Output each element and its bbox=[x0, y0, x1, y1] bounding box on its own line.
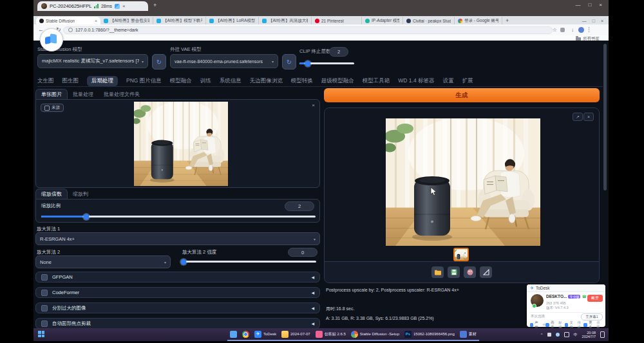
tray-icon[interactable] bbox=[556, 333, 560, 337]
taskbar-chrome[interactable] bbox=[240, 328, 252, 341]
accordion-codeformer[interactable]: CodeFormer ◀ bbox=[35, 287, 320, 298]
taskbar-pink-app[interactable]: 创客贴 2.6.5 bbox=[313, 328, 348, 341]
maximize-icon[interactable]: □ bbox=[588, 2, 591, 8]
subtab-scale-by[interactable]: 缩放倍数 bbox=[35, 189, 68, 199]
monitor-select-icon[interactable] bbox=[115, 4, 120, 9]
bookmark-star-icon[interactable]: ☆ bbox=[553, 27, 557, 33]
browser-tab[interactable]: 【AI绘画】模型下载与使用 - 哔哩哔哩 bbox=[153, 17, 206, 24]
clip-skip-value[interactable]: 2 bbox=[329, 47, 348, 57]
maximize-icon[interactable]: □ bbox=[592, 19, 595, 23]
checkbox[interactable] bbox=[41, 320, 48, 327]
sd-model-dropdown[interactable]: majicMIX realistic 麦橘写实_v7.safetensors [… bbox=[37, 54, 148, 68]
subtab-batch-folder[interactable]: 批量处理文件夹 bbox=[99, 89, 145, 99]
notification-center-icon[interactable] bbox=[600, 331, 605, 338]
source-image-dropzone[interactable]: 来源 × bbox=[35, 99, 320, 188]
close-icon[interactable]: × bbox=[601, 19, 603, 23]
close-session-icon[interactable]: × bbox=[122, 3, 126, 9]
taskbar-app-grid[interactable] bbox=[227, 328, 240, 341]
browser-tab[interactable]: 登录 - Google 账号 bbox=[455, 17, 502, 24]
refresh-vae-button[interactable]: ↻ bbox=[282, 54, 296, 70]
start-button[interactable] bbox=[35, 328, 47, 341]
accordion-split-oversize[interactable]: 分割过大的图像 ◀ bbox=[35, 302, 320, 313]
gallery-thumbnail[interactable] bbox=[453, 248, 469, 261]
expand-image-button[interactable]: ↗ bbox=[573, 113, 583, 121]
upscaler2-strength-value[interactable]: 0 bbox=[288, 248, 317, 257]
checkbox[interactable] bbox=[41, 305, 48, 311]
browser-tab-active[interactable]: Stable Diffusion × bbox=[36, 17, 100, 24]
tray-icon[interactable] bbox=[547, 333, 551, 337]
clip-skip-slider[interactable] bbox=[299, 62, 354, 64]
remote-session-tab[interactable]: PC-20240625HFPL 28ms × bbox=[37, 1, 148, 11]
site-info-icon[interactable] bbox=[68, 28, 73, 32]
taskbar-sd-setup[interactable]: Stable Diffusion -Setup bbox=[348, 328, 402, 341]
new-tab-button[interactable]: + bbox=[506, 17, 509, 24]
tab-extras[interactable]: 后期处理 bbox=[87, 76, 118, 86]
browser-tab[interactable]: 21 Pinterest bbox=[312, 17, 362, 24]
taskbar-clock[interactable]: 20:08 2024/7/7 bbox=[582, 331, 596, 339]
browser-tab[interactable]: 【AI绘画】LoRA模型训练 - 哔哩哔哩 bbox=[206, 17, 259, 24]
close-gallery-button[interactable]: × bbox=[583, 113, 594, 121]
tab-infinite-browser[interactable]: 无边图像浏览 bbox=[250, 77, 283, 85]
upscaler2-dropdown[interactable]: None ▾ bbox=[35, 255, 171, 268]
minimize-icon[interactable]: — bbox=[575, 2, 580, 8]
slider-knob[interactable] bbox=[305, 60, 311, 66]
tab-img2img[interactable]: 图生图 bbox=[62, 77, 79, 85]
subtab-single-image[interactable]: 单张图片 bbox=[35, 89, 68, 99]
checkbox[interactable] bbox=[41, 290, 48, 296]
menu-icon[interactable]: ⋮ bbox=[586, 26, 592, 33]
browser-tab[interactable]: 【AI绘画】高清放大教程 - 哔哩哔哩 bbox=[259, 17, 312, 24]
tray-icon[interactable] bbox=[564, 332, 569, 337]
tab-png-info[interactable]: PNG 图片信息 bbox=[126, 77, 162, 85]
accordion-gfpgan[interactable]: GFPGAN ◀ bbox=[35, 272, 320, 283]
accordion-auto-face-crop[interactable]: 自动面部焦点剪裁 ◀ bbox=[35, 318, 320, 329]
subtab-batch-process[interactable]: 批量处理 bbox=[68, 89, 99, 99]
generate-button[interactable]: 生成 bbox=[324, 88, 600, 102]
tab-system-info[interactable]: 系统信息 bbox=[220, 77, 242, 85]
tab-super-merger[interactable]: 超级模型融合 bbox=[321, 77, 354, 85]
extensions-icon[interactable] bbox=[560, 28, 565, 32]
new-session-button[interactable]: + bbox=[153, 2, 156, 8]
taskbar-photoshop[interactable]: Ps 15062-1080366456.png bbox=[402, 328, 457, 341]
close-icon[interactable]: × bbox=[599, 2, 602, 8]
send-to-palette-button[interactable] bbox=[464, 266, 476, 278]
voice-call-icon[interactable]: ☎ bbox=[582, 294, 586, 299]
tab-wd14-tagger[interactable]: WD 1.4 标签器 bbox=[398, 77, 434, 85]
ime-indicator[interactable]: 中 bbox=[574, 332, 578, 338]
scale-ratio-value[interactable]: 2 bbox=[285, 201, 314, 211]
checkbox[interactable] bbox=[41, 274, 48, 281]
tab-checkpoint-merger[interactable]: 模型融合 bbox=[170, 77, 192, 85]
browser-tab[interactable]: 【AI绘画】整合包安装教程 - 哔哩哔哩 bbox=[100, 17, 153, 24]
scrollbar-thumb[interactable] bbox=[603, 44, 607, 190]
tab-model-converter[interactable]: 模型转换 bbox=[291, 77, 313, 85]
tab-close-icon[interactable]: × bbox=[95, 19, 97, 23]
taskbar-material[interactable]: 素材 bbox=[457, 328, 479, 341]
launcher-logo[interactable] bbox=[40, 28, 63, 51]
upscaler1-dropdown[interactable]: R-ESRGAN 4x+ ▾ bbox=[35, 232, 320, 245]
taskbar-folder[interactable]: 2024-07-07 bbox=[279, 328, 313, 341]
tray-chevron-up-icon[interactable]: ^ bbox=[541, 333, 543, 337]
save-image-button[interactable] bbox=[448, 266, 460, 278]
output-image[interactable] bbox=[386, 118, 540, 246]
download-icon[interactable]: ↓ bbox=[571, 27, 574, 33]
profile-avatar[interactable] bbox=[578, 27, 584, 33]
send-to-extras-button[interactable] bbox=[480, 266, 492, 278]
tab-train[interactable]: 训练 bbox=[200, 77, 211, 85]
disconnect-button[interactable]: 断开 bbox=[587, 295, 603, 302]
scale-ratio-slider[interactable] bbox=[41, 216, 316, 218]
subtab-scale-to[interactable]: 缩放到 bbox=[68, 189, 93, 199]
taskbar-todesk[interactable]: ✈ ToDesk bbox=[252, 328, 279, 341]
refresh-checkpoint-button[interactable]: ↻ bbox=[152, 54, 166, 70]
tab-settings[interactable]: 设置 bbox=[442, 77, 453, 85]
browser-tab[interactable]: Civitai · peakpx Studio bbox=[403, 17, 455, 24]
slider-knob[interactable] bbox=[84, 214, 90, 219]
tab-txt2img[interactable]: 文生图 bbox=[37, 77, 54, 85]
browser-tab[interactable]: IP-Adapter 模型下载 bbox=[362, 17, 403, 24]
upscaler2-strength-slider[interactable] bbox=[182, 261, 316, 263]
screen-select-button[interactable]: 主屏幕1 bbox=[581, 313, 603, 320]
url-bar[interactable]: 127.0.0.1:7860/?__theme=dark bbox=[63, 26, 553, 34]
todesk-header[interactable]: ✈ ToDesk bbox=[527, 284, 605, 292]
clear-image-icon[interactable]: × bbox=[312, 102, 315, 108]
tab-model-toolkit[interactable]: 模型工具箱 bbox=[363, 77, 390, 85]
slider-knob[interactable] bbox=[181, 259, 187, 264]
minimize-icon[interactable]: — bbox=[582, 19, 587, 23]
